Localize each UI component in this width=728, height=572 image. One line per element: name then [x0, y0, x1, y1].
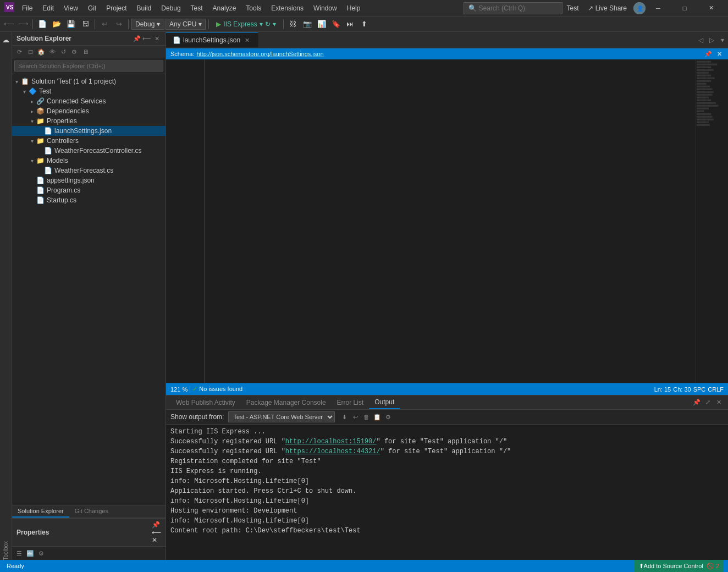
perf-button[interactable]: 📊: [315, 18, 328, 31]
schema-bar-close[interactable]: ✕: [715, 50, 724, 58]
tree-item[interactable]: 📄 WeatherForecast.cs: [12, 166, 166, 175]
props-collapse-button[interactable]: ⟵: [152, 529, 161, 536]
output-scroll-end-button[interactable]: ⬇: [339, 412, 349, 422]
output-copy-button[interactable]: 📋: [372, 412, 382, 422]
output-source-dropdown[interactable]: Test - ASP.NET Core Web Server: [228, 411, 335, 422]
tab-scroll-left[interactable]: ◁: [695, 32, 706, 48]
schema-bar-pin[interactable]: 📌: [704, 50, 713, 58]
menu-edit[interactable]: Edit: [38, 2, 58, 14]
props-close-button[interactable]: ✕: [152, 536, 161, 544]
tab-overflow-button[interactable]: ▾: [717, 32, 728, 48]
back-button[interactable]: ⟵: [2, 18, 15, 31]
menu-view[interactable]: View: [59, 2, 82, 14]
menu-project[interactable]: Project: [102, 2, 131, 14]
props-button[interactable]: ⚙: [69, 47, 79, 57]
se-search-input[interactable]: [14, 61, 163, 72]
undo-button[interactable]: ↩: [98, 18, 111, 31]
bookmark-button[interactable]: 🔖: [329, 18, 343, 31]
output-link[interactable]: https://localhost:44321/: [285, 448, 380, 455]
collapse-all-button[interactable]: ⊟: [25, 47, 35, 57]
menu-test[interactable]: Test: [186, 2, 207, 14]
line-ending-status[interactable]: CRLF: [708, 386, 724, 393]
position-status[interactable]: Ln: 15: [654, 386, 671, 393]
output-close-button[interactable]: ✕: [714, 398, 724, 408]
tree-item[interactable]: 📄 Startup.cs: [12, 195, 166, 205]
redo-button[interactable]: ↪: [112, 18, 125, 31]
tree-item[interactable]: 📄 WeatherForecastController.cs: [12, 146, 166, 156]
search-box[interactable]: 🔍: [464, 2, 562, 14]
search-input[interactable]: [479, 4, 545, 12]
tree-item[interactable]: 📄 appsettings.json: [12, 175, 166, 185]
tree-item[interactable]: ▾ 🔷 Test: [12, 86, 166, 96]
menu-help[interactable]: Help: [343, 2, 365, 14]
package-manager-tab[interactable]: Package Manager Console: [241, 397, 332, 409]
encoding-status[interactable]: SPC: [693, 386, 706, 393]
forward-button[interactable]: ⟶: [16, 18, 30, 31]
props-alphabetical-button[interactable]: 🔤: [25, 548, 35, 558]
tree-item[interactable]: ▾ 📁 Models: [12, 156, 166, 166]
platform-dropdown[interactable]: Any CPU ▾: [166, 19, 206, 30]
git-changes-tab[interactable]: Git Changes: [69, 505, 114, 518]
open-button[interactable]: 📂: [50, 18, 63, 31]
screenshot-button[interactable]: 📷: [301, 18, 314, 31]
tree-item[interactable]: ▾ 📁 Properties: [12, 116, 166, 126]
filter-button[interactable]: 🖥: [80, 47, 90, 57]
step-over-button[interactable]: ⏭: [344, 18, 357, 31]
output-expand-button[interactable]: ⤢: [703, 398, 713, 408]
tree-item[interactable]: ▾ 📋 Solution 'Test' (1 of 1 project): [12, 76, 166, 86]
menu-debug[interactable]: Debug: [157, 2, 185, 14]
tree-item[interactable]: ▾ 📁 Controllers: [12, 136, 166, 146]
menu-tools[interactable]: Tools: [241, 2, 266, 14]
step-out-button[interactable]: ⬆: [358, 18, 371, 31]
menu-file[interactable]: File: [18, 2, 37, 14]
output-tab[interactable]: Output: [369, 396, 400, 409]
home-button[interactable]: 🏠: [36, 47, 46, 57]
props-settings-button[interactable]: ⚙: [36, 548, 46, 558]
menu-build[interactable]: Build: [133, 2, 156, 14]
schema-url-link[interactable]: http://json.schemastore.org/launchSettin…: [196, 51, 323, 57]
add-source-control-button[interactable]: ⬆ Add to Source Control 🚫 2: [635, 560, 724, 572]
new-file-button[interactable]: 📄: [36, 18, 49, 31]
se-pin-button[interactable]: 📌: [133, 34, 141, 43]
save-button[interactable]: 💾: [64, 18, 78, 31]
tree-item[interactable]: ▸ 🔗 Connected Services: [12, 96, 166, 106]
col-status[interactable]: Ch: 30: [673, 386, 691, 393]
menu-window[interactable]: Window: [309, 2, 341, 14]
sync-button[interactable]: ⟳: [14, 47, 24, 57]
tab-scroll-right[interactable]: ▷: [706, 32, 717, 48]
output-clear-button[interactable]: 🗑: [361, 412, 371, 422]
output-pin-button[interactable]: 📌: [692, 398, 702, 408]
menu-extensions[interactable]: Extensions: [267, 2, 308, 14]
tree-item[interactable]: 📄 Program.cs: [12, 185, 166, 195]
solution-explorer-tab[interactable]: Solution Explorer: [12, 505, 69, 518]
zoom-status[interactable]: 121 %: [170, 386, 187, 393]
menu-git[interactable]: Git: [84, 2, 101, 14]
no-issues-status[interactable]: ✓ No issues found: [192, 386, 242, 393]
se-expand-button[interactable]: ⟵: [142, 34, 151, 43]
web-publish-tab[interactable]: Web Publish Activity: [170, 397, 241, 409]
server-explorer-icon[interactable]: ☁: [1, 34, 12, 45]
props-categorized-button[interactable]: ☰: [14, 548, 24, 558]
attach-button[interactable]: ⛓: [286, 18, 300, 31]
tree-item[interactable]: 📄 launchSettings.json: [12, 126, 166, 136]
error-list-tab[interactable]: Error List: [332, 397, 369, 409]
live-share-button[interactable]: ↗ Live Share: [583, 2, 631, 14]
se-close-button[interactable]: ✕: [152, 34, 161, 43]
maximize-button[interactable]: □: [672, 0, 697, 16]
tab-close-button[interactable]: ✕: [242, 36, 251, 45]
user-avatar[interactable]: 👤: [633, 2, 646, 14]
close-button[interactable]: ✕: [698, 0, 724, 16]
save-all-button[interactable]: 🖫: [79, 18, 92, 31]
code-content[interactable]: [205, 59, 695, 383]
output-link[interactable]: http://localhost:15190/: [285, 438, 377, 446]
props-pin-button[interactable]: 📌: [152, 521, 161, 529]
minimize-button[interactable]: ─: [646, 0, 671, 16]
debug-mode-dropdown[interactable]: Debug ▾: [131, 19, 164, 30]
refresh-button[interactable]: ↺: [58, 47, 68, 57]
menu-analyze[interactable]: Analyze: [208, 2, 241, 14]
tree-item[interactable]: ▸ 📦 Dependencies: [12, 106, 166, 116]
run-button[interactable]: ▶ IIS Express ▾ ↻ ▾: [212, 19, 280, 29]
output-word-wrap-button[interactable]: ↩: [350, 412, 360, 422]
show-all-files-button[interactable]: 👁: [47, 47, 57, 57]
output-settings-button[interactable]: ⚙: [383, 412, 393, 422]
